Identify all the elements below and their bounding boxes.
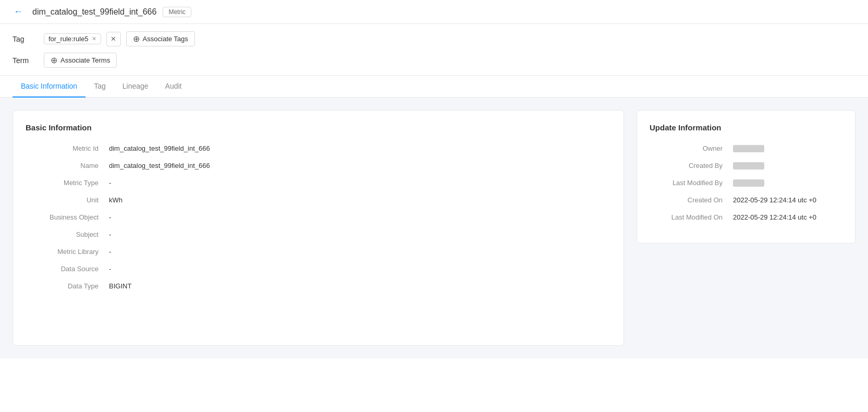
info-val-metric-type: - bbox=[109, 179, 111, 187]
info-key-metric-library: Metric Library bbox=[26, 248, 109, 256]
update-row-last-modified-by: Last Modified By bbox=[650, 179, 842, 187]
update-key-last-modified-on: Last Modified On bbox=[650, 213, 733, 221]
update-row-owner: Owner bbox=[650, 144, 842, 152]
update-val-last-modified-on: 2022-05-29 12:24:14 utc +0 bbox=[733, 213, 816, 221]
associate-terms-button[interactable]: ⊕ Associate Terms bbox=[44, 53, 117, 68]
tab-lineage[interactable]: Lineage bbox=[114, 76, 157, 98]
tag-label: Tag bbox=[13, 35, 39, 43]
metric-badge: Metric bbox=[163, 7, 191, 17]
update-row-created-by: Created By bbox=[650, 162, 842, 169]
tab-basic-information[interactable]: Basic Information bbox=[13, 76, 85, 98]
update-row-created-on: Created On 2022-05-29 12:24:14 utc +0 bbox=[650, 196, 842, 204]
clear-icon: ✕ bbox=[111, 35, 116, 43]
info-row-data-type: Data Type BIGINT bbox=[26, 282, 611, 290]
tag-row: Tag for_rule:rule5 ✕ ✕ ⊕ Associate Tags bbox=[13, 31, 855, 46]
update-key-created-by: Created By bbox=[650, 162, 733, 169]
info-key-unit: Unit bbox=[26, 196, 109, 204]
update-info-card: Update Information Owner Created By Last… bbox=[637, 110, 855, 244]
info-val-business-object: - bbox=[109, 213, 111, 221]
info-key-metric-type: Metric Type bbox=[26, 179, 109, 187]
back-arrow-icon: ← bbox=[14, 6, 23, 17]
update-info-title: Update Information bbox=[650, 123, 842, 132]
main-content: Basic Information Metric Id dim_catalog_… bbox=[0, 98, 868, 358]
associate-terms-label: Associate Terms bbox=[60, 56, 110, 64]
back-button[interactable]: ← bbox=[10, 5, 26, 18]
basic-info-title: Basic Information bbox=[26, 123, 611, 132]
info-row-metric-library: Metric Library - bbox=[26, 248, 611, 256]
page-title: dim_catalog_test_99field_int_666 bbox=[32, 7, 156, 17]
info-row-name: Name dim_catalog_test_99field_int_666 bbox=[26, 162, 611, 169]
update-val-created-on: 2022-05-29 12:24:14 utc +0 bbox=[733, 196, 816, 204]
info-row-subject: Subject - bbox=[26, 231, 611, 238]
info-key-data-type: Data Type bbox=[26, 282, 109, 290]
info-val-name: dim_catalog_test_99field_int_666 bbox=[109, 162, 210, 169]
info-row-business-object: Business Object - bbox=[26, 213, 611, 221]
tag-chip-close-icon[interactable]: ✕ bbox=[92, 35, 96, 42]
update-row-last-modified-on: Last Modified On 2022-05-29 12:24:14 utc… bbox=[650, 213, 842, 221]
term-label: Term bbox=[13, 56, 39, 65]
info-row-unit: Unit kWh bbox=[26, 196, 611, 204]
associate-tags-label: Associate Tags bbox=[143, 35, 188, 43]
info-key-data-source: Data Source bbox=[26, 265, 109, 273]
info-val-unit: kWh bbox=[109, 196, 123, 204]
info-val-subject: - bbox=[109, 231, 111, 238]
tabs-bar: Basic Information Tag Lineage Audit bbox=[0, 76, 868, 98]
update-key-last-modified-by: Last Modified By bbox=[650, 179, 733, 187]
info-row-data-source: Data Source - bbox=[26, 265, 611, 273]
info-key-business-object: Business Object bbox=[26, 213, 109, 221]
plus-circle-icon: ⊕ bbox=[133, 34, 140, 44]
update-val-created-by bbox=[733, 162, 764, 169]
info-val-metric-library: - bbox=[109, 248, 111, 256]
tag-chip-text: for_rule:rule5 bbox=[48, 35, 89, 43]
info-val-data-type: BIGINT bbox=[109, 282, 131, 290]
tab-audit[interactable]: Audit bbox=[157, 76, 190, 98]
tab-tag[interactable]: Tag bbox=[85, 76, 114, 98]
info-key-subject: Subject bbox=[26, 231, 109, 238]
info-row-metric-id: Metric Id dim_catalog_test_99field_int_6… bbox=[26, 144, 611, 152]
term-row: Term ⊕ Associate Terms bbox=[13, 53, 855, 68]
plus-circle-icon-term: ⊕ bbox=[51, 55, 57, 65]
info-val-metric-id: dim_catalog_test_99field_int_666 bbox=[109, 144, 210, 152]
tag-clear-button[interactable]: ✕ bbox=[106, 32, 121, 46]
info-key-name: Name bbox=[26, 162, 109, 169]
meta-section: Tag for_rule:rule5 ✕ ✕ ⊕ Associate Tags … bbox=[0, 24, 868, 76]
top-header: ← dim_catalog_test_99field_int_666 Metri… bbox=[0, 0, 868, 24]
update-key-created-on: Created On bbox=[650, 196, 733, 204]
update-val-last-modified-by bbox=[733, 179, 764, 187]
update-key-owner: Owner bbox=[650, 144, 733, 152]
info-key-metric-id: Metric Id bbox=[26, 144, 109, 152]
update-val-owner bbox=[733, 145, 764, 152]
basic-info-card: Basic Information Metric Id dim_catalog_… bbox=[13, 110, 624, 346]
info-val-data-source: - bbox=[109, 265, 111, 273]
tag-chip: for_rule:rule5 ✕ bbox=[44, 33, 101, 44]
info-row-metric-type: Metric Type - bbox=[26, 179, 611, 187]
associate-tags-button[interactable]: ⊕ Associate Tags bbox=[126, 31, 195, 46]
